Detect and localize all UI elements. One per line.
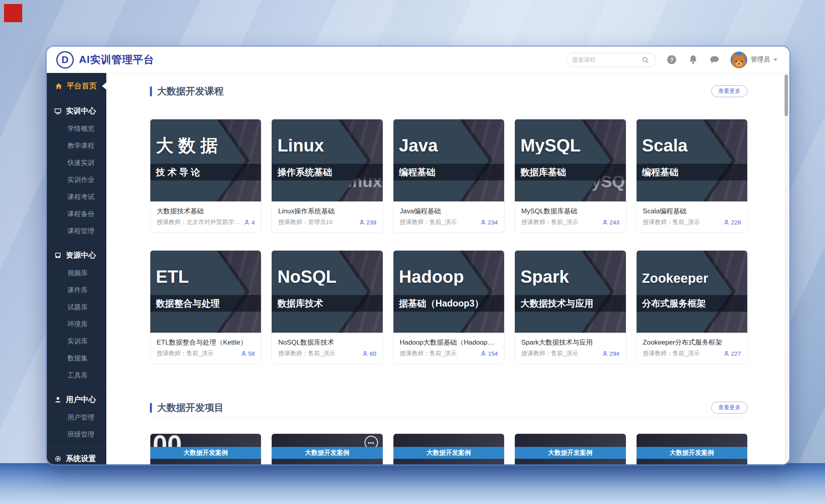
course-card[interactable]: NoSQL 数据库技术 NoSQL数据库技术 授课教师：售前_演示 60 bbox=[271, 250, 383, 364]
course-cover: Zookeeper 分布式服务框架 bbox=[637, 251, 747, 333]
course-teacher: 授课教师：售前_演示 bbox=[157, 350, 241, 357]
course-card[interactable]: Hadoop 据基础（Hadoop3） Hadoop大数据基础（Hadoop3）… bbox=[393, 250, 505, 364]
sidebar-section[interactable]: 用户中心 bbox=[47, 391, 106, 409]
course-card[interactable]: Spark 大数据技术与应用 Spark大数据技术与应用 授课教师：售前_演示 … bbox=[514, 250, 626, 364]
course-title: Java编程基础 bbox=[400, 207, 498, 216]
search-input[interactable] bbox=[571, 56, 637, 63]
course-card[interactable]: 大 数 据 技 术 导 论 大数据技术基础 授课教师：北京市对外贸易学校教...… bbox=[150, 119, 261, 233]
sidebar-item[interactable]: 教学课程 bbox=[47, 137, 106, 154]
course-title: ETL数据整合与处理（Kettle） bbox=[157, 338, 255, 347]
cover-subtitle-band: 大数据技术与应用 bbox=[515, 295, 625, 312]
section-title: 大数据开发课程 bbox=[157, 85, 224, 98]
sidebar-item-home[interactable]: 平台首页 bbox=[47, 77, 106, 95]
course-title: MySQL数据库基础 bbox=[521, 207, 619, 216]
student-count: 239 bbox=[359, 219, 376, 226]
course-teacher: 授课教师：售前_演示 bbox=[521, 350, 602, 357]
course-meta: 授课教师：售前_演示 227 bbox=[643, 350, 741, 357]
course-meta: 授课教师：售前_演示 234 bbox=[400, 218, 498, 226]
sidebar-item[interactable]: 视频库 bbox=[47, 264, 106, 282]
sidebar-item[interactable]: 数据集 bbox=[47, 350, 106, 367]
home-icon bbox=[55, 82, 62, 90]
message-icon[interactable] bbox=[709, 54, 720, 65]
course-grid-row-2: ETL 数据整合与处理 ETL数据整合与处理（Kettle） 授课教师：售前_演… bbox=[150, 250, 748, 364]
course-cover: Java 编程基础 bbox=[393, 119, 504, 201]
app-title: AI实训管理平台 bbox=[79, 53, 154, 67]
person-icon bbox=[241, 351, 247, 356]
section-accent-bar bbox=[150, 86, 152, 96]
sidebar-item[interactable]: 工具库 bbox=[47, 367, 106, 384]
student-count-value: 227 bbox=[731, 350, 741, 357]
course-card[interactable]: MySQ MySQL 数据库基础 MySQL数据库基础 授课教师：售前_演示 2… bbox=[514, 119, 626, 233]
student-count-value: 58 bbox=[248, 350, 255, 357]
cover-subtitle: 数据库基础 bbox=[520, 166, 566, 178]
project-card[interactable]: 大数据开发案例 bbox=[393, 433, 505, 464]
view-more-button[interactable]: 查看更多 bbox=[711, 85, 748, 97]
cover-arrow bbox=[272, 251, 382, 333]
cover-arrow bbox=[150, 119, 261, 201]
course-card[interactable]: Linux Linux 操作系统基础 Linux操作系统基础 授课教师：管理员1… bbox=[271, 119, 383, 233]
student-count-value: 239 bbox=[366, 219, 376, 226]
sidebar-sections: 实训中心 学情概览教学课程快速实训实训作业课程考试课程备份课程管理 资源中心 视… bbox=[47, 102, 106, 464]
course-cover: 大 数 据 技 术 导 论 bbox=[150, 119, 261, 201]
student-count: 154 bbox=[480, 350, 498, 357]
project-cover: ••• 大数据开发案例 bbox=[272, 434, 382, 464]
cover-subtitle: 编程基础 bbox=[399, 166, 436, 178]
course-card[interactable]: Scala 编程基础 Scala编程基础 授课教师：售前_演示 228 bbox=[636, 119, 748, 233]
sidebar-item[interactable]: 课程管理 bbox=[47, 222, 106, 240]
course-cover: Linux Linux 操作系统基础 bbox=[272, 119, 382, 201]
sidebar-group: 资源中心 视频库课件库试题库环境库实训库数据集工具库 bbox=[47, 246, 106, 387]
search-icon[interactable] bbox=[640, 54, 650, 65]
scrollbar-track[interactable] bbox=[785, 73, 788, 463]
app-logo-icon: D bbox=[56, 51, 74, 69]
person-icon bbox=[602, 351, 608, 356]
sidebar-item[interactable]: 快速实训 bbox=[47, 154, 106, 171]
cover-arrow bbox=[150, 251, 261, 333]
view-more-button[interactable]: 查看更多 bbox=[711, 402, 748, 414]
person-icon bbox=[723, 351, 729, 356]
app-header: D AI实训管理平台 ? bbox=[47, 47, 789, 73]
course-cover: Scala 编程基础 bbox=[637, 119, 747, 201]
cover-subtitle: 数据库技术 bbox=[277, 297, 323, 310]
sidebar-section[interactable]: 系统设置 bbox=[47, 450, 106, 464]
user-menu[interactable]: 管理员 bbox=[731, 52, 777, 68]
sidebar-item[interactable]: 课程备份 bbox=[47, 205, 106, 222]
sidebar-item[interactable]: 课程考试 bbox=[47, 188, 106, 205]
student-count: 58 bbox=[241, 350, 255, 357]
sidebar-item[interactable]: 课件库 bbox=[47, 282, 106, 299]
search-box[interactable] bbox=[566, 53, 656, 67]
project-card[interactable]: 00 大数据开发案例 bbox=[150, 433, 261, 464]
bell-icon[interactable] bbox=[688, 54, 698, 65]
person-icon bbox=[480, 219, 486, 225]
course-card[interactable]: ETL 数据整合与处理 ETL数据整合与处理（Kettle） 授课教师：售前_演… bbox=[150, 250, 261, 364]
active-item-marker bbox=[102, 82, 106, 90]
sidebar-section[interactable]: 实训中心 bbox=[47, 102, 106, 120]
user-avatar[interactable] bbox=[731, 52, 747, 68]
course-card[interactable]: Zookeeper 分布式服务框架 Zookeeper分布式服务框架 授课教师：… bbox=[636, 250, 748, 364]
sidebar-item[interactable]: 用户管理 bbox=[47, 409, 106, 426]
project-cover: 大数据开发案例 bbox=[393, 434, 504, 464]
project-cover: 大数据开发案例 bbox=[515, 434, 625, 464]
cover-arrow bbox=[637, 251, 747, 333]
cover-subtitle-band: 分布式服务框架 bbox=[637, 295, 747, 312]
course-teacher: 授课教师：管理员10 bbox=[278, 218, 359, 226]
sidebar-item[interactable]: 试题库 bbox=[47, 299, 106, 316]
sidebar-divider bbox=[47, 243, 106, 243]
project-card[interactable]: ••• 大数据开发案例 bbox=[271, 433, 383, 464]
desktop-background: D AI实训管理平台 ? bbox=[0, 0, 825, 504]
project-card[interactable]: 大数据开发案例 bbox=[636, 433, 748, 464]
course-card[interactable]: Java 编程基础 Java编程基础 授课教师：售前_演示 234 bbox=[393, 119, 505, 233]
sidebar-item[interactable]: 环境库 bbox=[47, 316, 106, 333]
gear-icon bbox=[54, 455, 61, 462]
course-cover: Spark 大数据技术与应用 bbox=[515, 251, 625, 333]
project-card[interactable]: 大数据开发案例 bbox=[514, 433, 626, 464]
sidebar-item[interactable]: 实训库 bbox=[47, 333, 106, 350]
scrollbar-thumb[interactable] bbox=[785, 75, 788, 116]
cover-subtitle: 技 术 导 论 bbox=[156, 166, 200, 178]
sidebar-item[interactable]: 学情概览 bbox=[47, 120, 106, 137]
sidebar-section[interactable]: 资源中心 bbox=[47, 246, 106, 264]
project-banner: 大数据开发案例 bbox=[637, 447, 747, 459]
help-icon[interactable]: ? bbox=[666, 54, 677, 65]
sidebar-item[interactable]: 班级管理 bbox=[47, 426, 106, 443]
sidebar-item[interactable]: 实训作业 bbox=[47, 171, 106, 188]
student-count-value: 294 bbox=[610, 350, 620, 357]
